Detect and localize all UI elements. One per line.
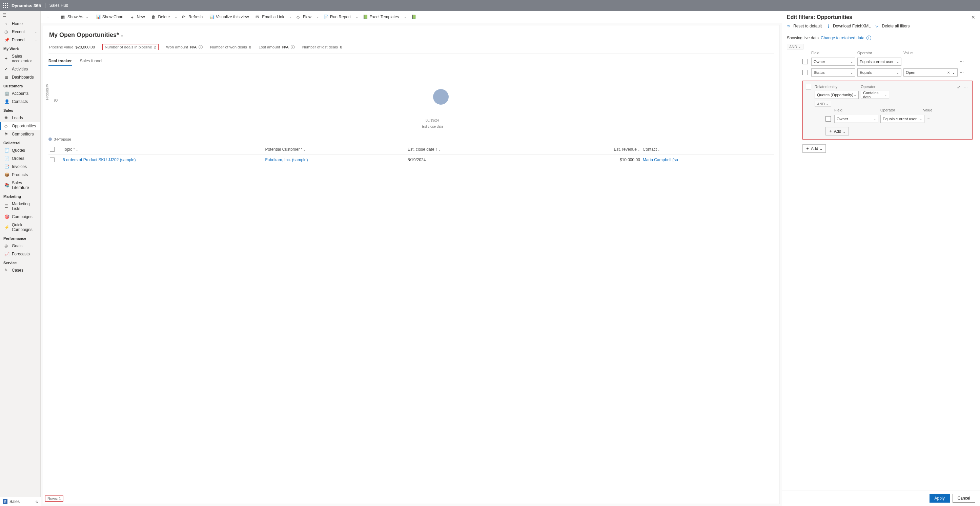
refresh-button[interactable]: ⟳Refresh bbox=[179, 13, 205, 21]
chevron-down-icon[interactable]: ⌄ bbox=[355, 15, 359, 19]
visualize-button[interactable]: 📊Visualize this view bbox=[207, 13, 251, 21]
flow-button[interactable]: ◇Flow bbox=[294, 13, 314, 21]
col-contact[interactable]: Contact⌄ bbox=[643, 147, 773, 152]
app-launcher-icon[interactable] bbox=[3, 3, 8, 8]
col-revenue[interactable]: Est. revenue⌄ bbox=[530, 147, 640, 152]
sidebar-item-quick-camp[interactable]: ⚡Quick Campaigns bbox=[0, 221, 40, 234]
info-icon[interactable]: i bbox=[867, 36, 871, 40]
sidebar-item-invoices[interactable]: 📑Invoices bbox=[0, 163, 40, 171]
sidebar-item-accounts[interactable]: 🏢Accounts bbox=[0, 89, 40, 98]
area-switcher[interactable]: S Sales ⇅ bbox=[0, 497, 41, 506]
sidebar-pinned[interactable]: 📌Pinned⌄ bbox=[0, 36, 40, 44]
chevron-down-icon[interactable]: ⌄ bbox=[403, 15, 407, 19]
tab-deal-tracker[interactable]: Deal tracker bbox=[48, 57, 72, 66]
sidebar-item-dashboards[interactable]: ▦Dashboards bbox=[0, 73, 40, 81]
cancel-button[interactable]: Cancel bbox=[953, 494, 975, 503]
row-checkbox[interactable] bbox=[802, 59, 808, 64]
back-button[interactable]: ← bbox=[44, 13, 54, 21]
sidebar-item-contacts[interactable]: 👤Contacts bbox=[0, 98, 40, 106]
chevron-down-icon[interactable]: ⌄ bbox=[315, 15, 320, 19]
cell-topic[interactable]: 6 orders of Product SKU JJ202 (sample) bbox=[63, 157, 262, 162]
sidebar-item-orders[interactable]: 📄Orders bbox=[0, 154, 40, 163]
field-select[interactable]: Owner⌄ bbox=[834, 115, 878, 123]
operator-select[interactable]: Equals⌄ bbox=[858, 68, 901, 76]
main-area: ← ▦Show As⌄ 📊Show Chart ＋New 🗑Delete ⌄ ⟳… bbox=[41, 11, 782, 506]
field-select[interactable]: Status⌄ bbox=[811, 68, 855, 76]
sidebar-item-forecasts[interactable]: 📈Forecasts bbox=[0, 250, 40, 258]
row-more-button[interactable]: ⋯ bbox=[960, 70, 966, 75]
sidebar-home[interactable]: ⌂Home bbox=[0, 20, 40, 28]
sidebar-item-activities[interactable]: ✔Activities bbox=[0, 65, 40, 73]
reset-default-button[interactable]: ⟲Reset to default bbox=[787, 24, 822, 29]
close-button[interactable]: ✕ bbox=[971, 14, 975, 20]
remove-pill-icon[interactable]: ✕ bbox=[947, 71, 950, 75]
col-close-date[interactable]: Est. close date ↑⌄ bbox=[408, 147, 528, 152]
sidebar-item-campaigns[interactable]: 🎯Campaigns bbox=[0, 213, 40, 221]
field-select[interactable]: Owner⌄ bbox=[811, 57, 855, 66]
row-checkbox[interactable] bbox=[826, 116, 831, 122]
show-as-button[interactable]: ▦Show As⌄ bbox=[58, 13, 92, 21]
excel-templates-button[interactable]: 📗Excel Templates bbox=[360, 13, 402, 21]
row-more-button[interactable]: ⋯ bbox=[926, 116, 933, 121]
swap-icon: ⇅ bbox=[35, 500, 38, 504]
collapse-icon[interactable]: ⤢ bbox=[957, 85, 960, 89]
chevron-down-icon[interactable]: ⌄ bbox=[288, 15, 293, 19]
group-operator-chip[interactable]: AND ⌄ bbox=[787, 44, 803, 49]
leads-icon: ✺ bbox=[5, 116, 9, 120]
sidebar-item-sales-accel[interactable]: ✦Sales accelerator bbox=[0, 52, 40, 65]
block-more-button[interactable]: ⋯ bbox=[964, 85, 968, 89]
new-button[interactable]: ＋New bbox=[127, 13, 147, 21]
activities-icon: ✔ bbox=[5, 67, 9, 71]
chevron-down-icon[interactable]: ⌄ bbox=[174, 15, 178, 19]
select-all-checkbox[interactable] bbox=[50, 147, 54, 152]
delete-button[interactable]: 🗑Delete bbox=[149, 13, 172, 21]
related-op-label: Operator bbox=[861, 85, 889, 89]
table-row[interactable]: 6 orders of Product SKU JJ202 (sample) F… bbox=[48, 155, 774, 165]
run-report-button[interactable]: 📄Run Report bbox=[321, 13, 353, 21]
sidebar-item-cases[interactable]: ✎Cases bbox=[0, 266, 40, 274]
delete-all-filters-button[interactable]: ▽Delete all filters bbox=[875, 24, 910, 29]
chevron-down-icon: ⌄ bbox=[896, 71, 899, 75]
show-chart-button[interactable]: 📊Show Chart bbox=[93, 13, 126, 21]
info-icon[interactable]: i bbox=[291, 45, 295, 49]
apply-button[interactable]: Apply bbox=[929, 494, 950, 503]
change-data-mode-link[interactable]: Change to retained data bbox=[821, 36, 864, 40]
row-checkbox[interactable] bbox=[802, 70, 808, 75]
col-customer[interactable]: Potential Customer *⌄ bbox=[265, 147, 405, 152]
email-link-button[interactable]: ✉Email a Link bbox=[253, 13, 287, 21]
related-add-button[interactable]: ＋Add ⌄ bbox=[826, 127, 849, 135]
sidebar-item-opportunities[interactable]: ◇Opportunities bbox=[0, 122, 40, 130]
operator-select[interactable]: Equals current user⌄ bbox=[858, 57, 901, 66]
chevron-down-icon: ⌄ bbox=[438, 148, 441, 151]
sidebar-item-competitors[interactable]: ⚑Competitors bbox=[0, 130, 40, 138]
row-checkbox[interactable] bbox=[806, 84, 811, 89]
group-operator-chip[interactable]: AND ⌄ bbox=[815, 101, 831, 107]
value-pill[interactable]: Open✕⌄ bbox=[904, 68, 958, 76]
sidebar-recent[interactable]: ◷Recent⌄ bbox=[0, 28, 40, 36]
tab-sales-funnel[interactable]: Sales funnel bbox=[80, 57, 102, 66]
export-excel-button[interactable]: 📗 bbox=[409, 13, 419, 21]
info-icon[interactable]: i bbox=[199, 45, 203, 49]
excel-icon: 📗 bbox=[363, 14, 368, 19]
row-more-button[interactable]: ⋯ bbox=[960, 59, 966, 64]
sidebar-item-mkt-lists[interactable]: ☰Marketing Lists bbox=[0, 200, 40, 213]
add-condition-button[interactable]: ＋Add ⌄ bbox=[802, 144, 826, 153]
col-topic[interactable]: Topic *⌄ bbox=[63, 147, 262, 152]
sidebar-item-leads[interactable]: ✺Leads bbox=[0, 114, 40, 122]
sidebar-item-literature[interactable]: 📚Sales Literature bbox=[0, 179, 40, 192]
related-operator-select[interactable]: Contains data⌄ bbox=[861, 91, 889, 99]
sidebar-item-quotes[interactable]: 🧾Quotes bbox=[0, 146, 40, 154]
row-checkbox[interactable] bbox=[50, 157, 54, 162]
cell-customer[interactable]: Fabrikam, Inc. (sample) bbox=[265, 157, 405, 162]
bubble-marker[interactable] bbox=[433, 89, 449, 105]
rows-footer: Rows: 1 bbox=[45, 495, 64, 501]
view-picker[interactable]: My Open Opportunities* ⌄ bbox=[48, 29, 774, 42]
hamburger-icon[interactable]: ☰ bbox=[0, 11, 40, 20]
operator-select[interactable]: Equals current user⌄ bbox=[880, 115, 924, 123]
download-fetchxml-button[interactable]: ⭳Download FetchXML bbox=[826, 24, 870, 29]
sidebar-item-goals[interactable]: ◎Goals bbox=[0, 242, 40, 250]
cell-contact[interactable]: Maria Campbell (sa bbox=[643, 157, 773, 162]
sidebar-item-products[interactable]: 📦Products bbox=[0, 171, 40, 179]
related-entity-select[interactable]: Quotes (Opportunity)⌄ bbox=[815, 91, 859, 99]
products-icon: 📦 bbox=[5, 172, 9, 177]
